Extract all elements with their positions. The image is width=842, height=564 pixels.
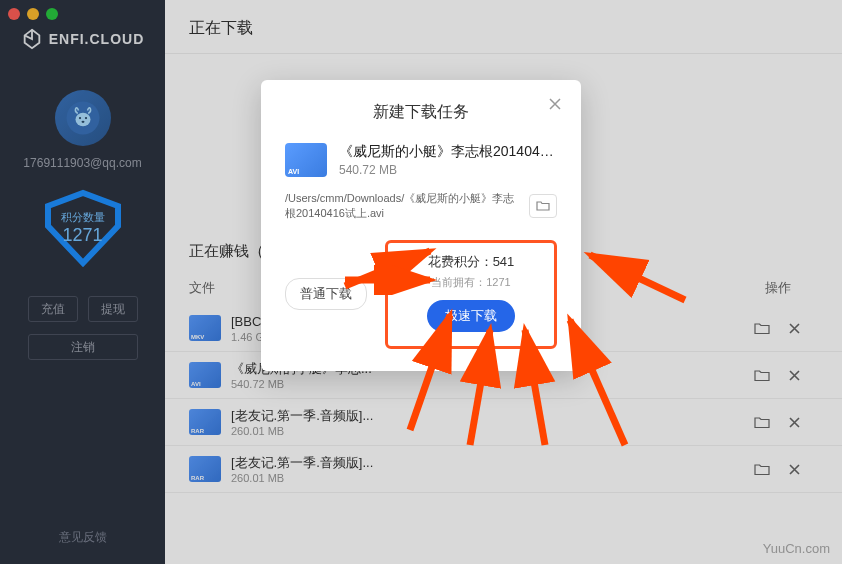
fast-download-section: 花费积分：541 当前拥有：1271 极速下载 [385,240,557,349]
modal-title: 新建下载任务 [285,102,557,123]
normal-download-button[interactable]: 普通下载 [285,278,367,310]
file-type-icon: AVI [285,143,327,177]
download-path: /Users/cmm/Downloads/《威尼斯的小艇》李志根20140416… [285,191,521,222]
browse-folder-button[interactable] [529,194,557,218]
modal-file-name: 《威尼斯的小艇》李志根2014041... [339,143,557,161]
fast-download-button[interactable]: 极速下载 [427,300,515,332]
modal-file-size: 540.72 MB [339,163,557,177]
new-download-modal: 新建下载任务 AVI 《威尼斯的小艇》李志根2014041... 540.72 … [261,80,581,371]
modal-backdrop: 新建下载任务 AVI 《威尼斯的小艇》李志根2014041... 540.72 … [0,0,842,564]
have-line: 当前拥有：1271 [402,275,540,290]
cost-line: 花费积分：541 [402,253,540,271]
folder-icon [536,200,550,212]
close-icon[interactable] [545,94,565,114]
